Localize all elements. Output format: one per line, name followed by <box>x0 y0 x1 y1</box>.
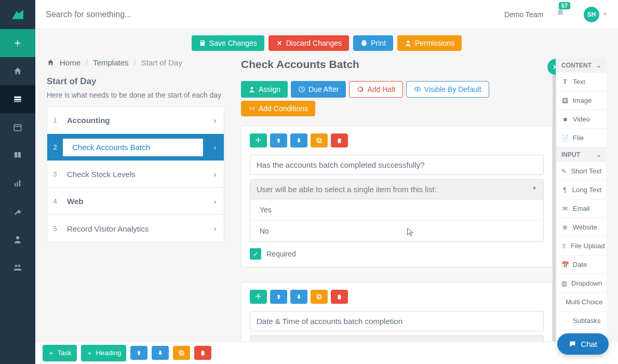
rail-short-text[interactable]: ✎Short Text <box>556 162 607 181</box>
add-task-button[interactable]: ＋Task <box>43 345 77 361</box>
rail-text[interactable]: TText <box>556 73 607 91</box>
breadcrumb-home[interactable]: Home <box>60 58 80 67</box>
rail-date[interactable]: 📅Date <box>556 255 607 274</box>
copy-button[interactable] <box>311 290 328 304</box>
center-panel: Check Accounts Batch Assign Due After Ad… <box>239 58 556 364</box>
discard-label: Discard Changes <box>286 39 342 47</box>
question-field[interactable]: Has the accounts batch completed success… <box>250 155 544 175</box>
rail-multi-choice[interactable]: Multi Choice <box>556 293 607 312</box>
print-button[interactable]: Print <box>353 35 393 51</box>
rail-content-header[interactable]: CONTENT ⌄ <box>556 58 607 73</box>
breadcrumb-templates[interactable]: Templates <box>93 58 128 67</box>
nav-users[interactable] <box>0 253 35 281</box>
chevron-right-icon: › <box>206 197 224 206</box>
svg-point-12 <box>251 87 253 89</box>
select-options: Yes No <box>250 199 544 242</box>
video-icon: ■ <box>561 116 569 123</box>
assign-button[interactable]: Assign <box>241 81 288 98</box>
steps-list: 1 Accounting › 2 Check Accounts Batch ‹ … <box>47 106 224 242</box>
move-down-button[interactable] <box>290 133 307 147</box>
bottom-down-button[interactable] <box>152 346 169 360</box>
due-after-button[interactable]: Due After <box>291 81 346 98</box>
permissions-button[interactable]: Permissions <box>397 35 462 51</box>
move-button[interactable] <box>250 290 267 304</box>
nav-settings[interactable] <box>0 197 35 225</box>
permissions-label: Permissions <box>415 39 454 47</box>
save-button[interactable]: Save Changes <box>192 35 264 51</box>
step-accounting[interactable]: 1 Accounting › <box>47 107 224 134</box>
svg-rect-22 <box>181 352 184 355</box>
copy-button[interactable] <box>311 133 328 147</box>
chevron-down-icon: ⌄ <box>596 62 601 69</box>
nav-home[interactable] <box>0 57 35 85</box>
rail-file-upload[interactable]: ⇧File Upload <box>556 237 607 255</box>
option-no[interactable]: No <box>250 220 543 241</box>
step-check-stock[interactable]: 3 Check Stock Levels › <box>47 161 224 188</box>
nav-book[interactable] <box>0 141 35 169</box>
dropdown-icon: ▥ <box>561 280 567 287</box>
breadcrumb: Home / Templates / Start of Day <box>47 58 224 67</box>
bottom-up-button[interactable] <box>130 346 147 360</box>
components-rail: CONTENT ⌄ TText 🖼Image ■Video 📄File INPU… <box>556 58 607 364</box>
chevron-right-icon: › <box>206 224 224 233</box>
vertical-nav <box>0 0 35 364</box>
svg-rect-23 <box>179 350 183 354</box>
bottom-bar: ＋Task ＋Heading <box>35 341 618 364</box>
delete-button[interactable] <box>331 290 348 304</box>
rail-dropdown[interactable]: ▥Dropdown <box>556 274 607 293</box>
required-toggle[interactable]: ✓ Required <box>250 248 544 260</box>
nav-reports[interactable] <box>0 169 35 197</box>
search-input[interactable] <box>46 10 504 19</box>
add-conditions-button[interactable]: Add Conditions <box>241 101 315 116</box>
bottom-copy-button[interactable] <box>173 346 190 360</box>
svg-rect-19 <box>317 294 320 298</box>
breadcrumb-current: Start of Day <box>141 58 182 67</box>
svg-rect-17 <box>317 138 320 142</box>
step-check-accounts-batch[interactable]: 2 Check Accounts Batch ‹ <box>47 134 224 161</box>
rail-image[interactable]: 🖼Image <box>556 91 607 110</box>
select-type-field[interactable]: User will be able to select a single ite… <box>250 179 544 199</box>
avatar[interactable]: SH <box>584 7 599 22</box>
delete-button[interactable] <box>331 133 348 147</box>
discard-button[interactable]: Discard Changes <box>268 35 349 51</box>
nav-user[interactable] <box>0 225 35 253</box>
move-down-button[interactable] <box>290 290 307 304</box>
rail-video[interactable]: ■Video <box>556 110 607 129</box>
notifications-bell-icon[interactable]: 57 <box>556 8 565 20</box>
chevron-right-icon: › <box>206 116 224 125</box>
rail-file[interactable]: 📄File <box>556 129 607 147</box>
chevron-right-icon: › <box>206 170 224 179</box>
edit-icon: ✎ <box>561 168 567 175</box>
add-halt-button[interactable]: Add Halt <box>349 81 403 98</box>
svg-point-8 <box>16 236 19 239</box>
option-yes[interactable]: Yes <box>250 199 543 220</box>
rail-long-text[interactable]: ¶Long Text <box>556 181 607 199</box>
step-action-row: Assign Due After Add Halt Visible By Def… <box>241 81 553 116</box>
step-web[interactable]: 4 Web › <box>47 188 224 215</box>
chat-button[interactable]: Chat <box>557 333 609 355</box>
step-label: Web <box>63 197 206 206</box>
nav-templates[interactable] <box>0 85 35 113</box>
move-up-button[interactable] <box>270 133 287 147</box>
nav-add-button[interactable] <box>0 29 35 57</box>
topbar: Demo Team 57 SH ▼ <box>35 0 618 29</box>
move-button[interactable] <box>250 133 267 147</box>
svg-point-9 <box>15 265 18 267</box>
rail-input-header[interactable]: INPUT ⌄ <box>556 147 607 162</box>
rail-email[interactable]: ✉Email <box>556 199 607 218</box>
bottom-delete-button[interactable] <box>194 346 211 360</box>
chevron-down-icon: ⌄ <box>596 151 601 158</box>
move-up-button[interactable] <box>270 290 287 304</box>
visible-button[interactable]: Visible By Default <box>406 81 489 98</box>
user-menu-caret-icon[interactable]: ▼ <box>602 11 608 17</box>
envelope-icon: ✉ <box>561 205 569 212</box>
svg-rect-6 <box>17 182 18 186</box>
nav-calendar[interactable] <box>0 113 35 141</box>
add-heading-button[interactable]: ＋Heading <box>81 345 126 361</box>
team-name[interactable]: Demo Team <box>504 10 543 19</box>
question-field-2[interactable]: Date & Time of accounts batch completion <box>250 311 544 331</box>
rail-website[interactable]: ⊕Website <box>556 218 607 237</box>
step-visitor-analytics[interactable]: 5 Record Visitor Analytics › <box>47 215 224 242</box>
home-icon <box>47 59 55 66</box>
rail-subtasks[interactable]: Subtasks <box>556 312 607 330</box>
